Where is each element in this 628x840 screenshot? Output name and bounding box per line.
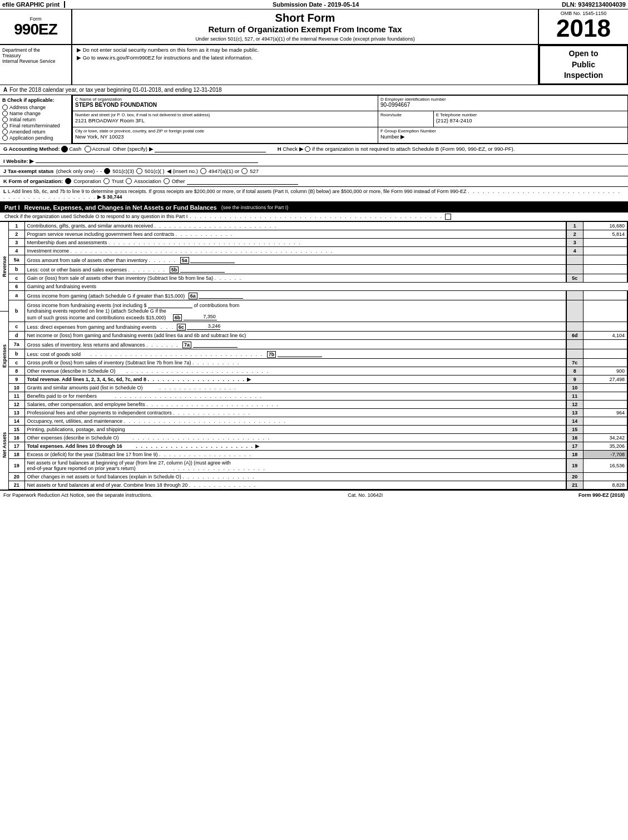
row-desc-3: Membership dues and assessments . . . . …	[24, 238, 566, 246]
table-row: b Less: cost of goods sold . . . . . . .…	[9, 349, 627, 358]
row-desc-7a: Gross sales of inventory, less returns a…	[24, 339, 566, 349]
check-application-pending[interactable]: Application pending	[2, 135, 69, 141]
table-row: 5a Gross amount from sale of assets othe…	[9, 255, 627, 264]
address-label: Number and street (or P. O. box, if mail…	[75, 112, 375, 117]
amount-7b	[583, 349, 627, 358]
schedule-o-checkbox-icon[interactable]	[445, 214, 451, 220]
accounting-other-input[interactable]	[155, 146, 266, 152]
dln-number: DLN: 93492134004039	[562, 1, 626, 8]
check-address-change-label: Address change	[9, 105, 46, 110]
f-arrow: ▶	[400, 134, 405, 140]
website-input[interactable]	[36, 156, 258, 163]
amount-6c	[583, 322, 627, 331]
line-num-7a	[566, 339, 583, 349]
line-num-4: 4	[566, 246, 583, 255]
table-row: 21 Net assets or fund balances at end of…	[9, 481, 627, 489]
check-address-change[interactable]: Address change	[2, 105, 69, 110]
radio-other-icon	[164, 178, 170, 184]
c-label: C Name of organization	[75, 97, 375, 102]
line-num-17: 17	[566, 442, 583, 450]
row-desc-15: Printing, publications, postage, and shi…	[24, 425, 566, 433]
table-row: 15 Printing, publications, postage, and …	[9, 425, 627, 433]
amount-7c	[583, 358, 627, 367]
check-amended-return[interactable]: Amended return	[2, 129, 69, 135]
form-org-trust: Trust	[112, 178, 123, 184]
row-num-13: 13	[9, 408, 24, 417]
submission-date: Submission Date - 2019-05-14	[70, 1, 562, 8]
amount-16: 34,242	[583, 433, 627, 442]
f-label: F Group Exemption Number	[380, 129, 625, 134]
table-row: c Gross profit or (loss) from sales of i…	[9, 358, 627, 367]
row-num-11: 11	[9, 392, 24, 400]
ein: 90-0994667	[380, 102, 625, 108]
row-desc-16: Other expenses (describe in Schedule O) …	[24, 433, 566, 442]
year-number: 2018	[556, 16, 611, 41]
table-row: 12 Salaries, other compensation, and emp…	[9, 400, 627, 408]
part1-label: Part I	[4, 204, 20, 211]
row-desc-6: Gaming and fundraising events	[24, 282, 627, 290]
radio-cash-selected-icon	[61, 146, 68, 152]
short-form-title: Short Form	[77, 12, 533, 24]
footer-cat: Cat. No. 10642I	[348, 492, 383, 498]
no-ssn-instruction: ▶ Do not enter social security numbers o…	[77, 47, 533, 53]
address-value: 2121 BROADWAY Room 3FL	[75, 117, 375, 123]
radio-amended-return-icon	[2, 129, 8, 135]
radio-final-return-icon	[2, 123, 8, 129]
form-org-corporation: Corporation	[73, 178, 101, 184]
table-row: 13 Professional fees and other payments …	[9, 408, 627, 417]
schedule-o-check-row: Check if the organization used Schedule …	[0, 213, 628, 221]
room-suite-label: Room/suite	[380, 112, 431, 117]
check-section-label: B Check if applicable:	[2, 97, 69, 103]
line-num-1: 1	[566, 221, 583, 230]
tax-insert: ◀ (insert no.)	[167, 168, 198, 174]
line-num-12: 12	[566, 400, 583, 408]
add-lines-l-label: L	[3, 189, 7, 194]
check-initial-return-label: Initial return	[9, 117, 36, 122]
line-num-6b	[566, 300, 583, 322]
row-num-19: 19	[9, 458, 24, 472]
row-num-14: 14	[9, 417, 24, 425]
amount-19: 16,536	[583, 458, 627, 472]
radio-initial-return-icon	[2, 117, 8, 122]
tax-status-label: J Tax-exempt status	[3, 168, 54, 174]
row-num-5a: 5a	[9, 255, 24, 264]
line-num-5c: 5c	[566, 274, 583, 282]
check-initial-return[interactable]: Initial return	[2, 117, 69, 122]
check-name-change[interactable]: Name change	[2, 111, 69, 116]
table-row: 7a Gross sales of inventory, less return…	[9, 339, 627, 349]
table-row: c Less: direct expenses from gaming and …	[9, 322, 627, 331]
row-desc-6a: Gross income from gaming (attach Schedul…	[24, 290, 566, 300]
amount-6b	[583, 300, 627, 322]
line-num-2: 2	[566, 230, 583, 238]
row-num-10: 10	[9, 383, 24, 392]
table-row: 9 Total revenue. Add lines 1, 2, 3, 4, 5…	[9, 375, 627, 383]
form-org-other-input[interactable]	[187, 178, 298, 185]
row-num-17: 17	[9, 442, 24, 450]
line-num-8: 8	[566, 367, 583, 375]
radio-501c-icon	[136, 168, 142, 174]
h-label: H	[278, 146, 281, 152]
check-final-return-label: Final return/terminated	[9, 123, 60, 129]
line-num-20: 20	[566, 472, 583, 481]
city-value: New York, NY 10023	[75, 134, 375, 140]
efile-label: efile GRAPHIC print	[2, 1, 65, 8]
tax-status-note: (check only one) -	[56, 168, 98, 174]
table-row: 10 Grants and similar amounts paid (list…	[9, 383, 627, 392]
part1-header: Part I Revenue, Expenses, and Changes in…	[0, 202, 628, 213]
radio-h-check-icon	[305, 146, 310, 152]
section-a-ending: , and ending 12-31-2018	[161, 87, 222, 93]
check-final-return[interactable]: Final return/terminated	[2, 123, 69, 129]
amount-4	[583, 246, 627, 255]
table-row: a Gross income from gaming (attach Sched…	[9, 290, 627, 300]
form-org-other: Other	[172, 178, 185, 184]
row-desc-20: Other changes in net assets or fund bala…	[24, 472, 566, 481]
org-name: STEPS BEYOND FOUNDATION	[75, 102, 375, 108]
table-row: 6 Gaming and fundraising events	[9, 282, 627, 290]
footer-right: Form 990-EZ (2018)	[578, 492, 625, 498]
line-num-7b	[566, 349, 583, 358]
accounting-cash: Cash	[69, 146, 81, 152]
amount-5a	[583, 255, 627, 264]
row-num-12: 12	[9, 400, 24, 408]
dept-line3: Internal Revenue Service	[2, 58, 69, 64]
radio-address-change-icon	[2, 105, 8, 110]
